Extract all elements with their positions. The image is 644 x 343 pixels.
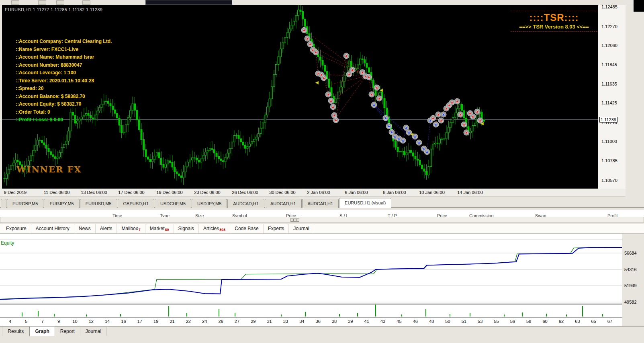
candle-body xyxy=(342,81,343,87)
terminal-tab-code-base[interactable]: Code Base xyxy=(230,224,263,233)
tester-tab-journal[interactable]: Journal xyxy=(80,327,107,336)
candle-body xyxy=(4,179,5,179)
candle-body xyxy=(50,152,52,155)
candle-body xyxy=(320,57,321,60)
graph-y-label: 56684 xyxy=(624,251,637,255)
graph-x-label: 55 xyxy=(494,319,499,324)
candle-body xyxy=(284,38,286,43)
candle-body xyxy=(271,87,273,99)
candle-body xyxy=(300,10,301,12)
candle-body xyxy=(172,162,173,167)
terminal-tab-news[interactable]: News xyxy=(74,224,96,233)
horizontal-scrollbar[interactable] xyxy=(0,217,644,223)
candle-body xyxy=(401,151,403,152)
table-column-header: Time xyxy=(112,213,122,217)
candle-body xyxy=(251,141,253,144)
candle-body xyxy=(457,108,458,113)
table-column-header: Size xyxy=(195,213,204,217)
candle-body xyxy=(136,110,138,120)
candle-body xyxy=(178,174,180,176)
time-axis[interactable]: 9 Dec 201911 Dec 06:0013 Dec 06:0017 Dec… xyxy=(0,189,626,197)
candle-body xyxy=(329,79,330,88)
chart-tab-audcad-h1[interactable]: AUDCAD,H1 xyxy=(227,199,264,208)
table-column-header: Type xyxy=(160,213,170,217)
graph-x-label: 46 xyxy=(413,319,418,324)
candle-body xyxy=(141,130,142,140)
toolbar-icon[interactable] xyxy=(82,0,90,5)
graph-y-axis xyxy=(622,234,644,326)
terminal-tab-signals[interactable]: Signals xyxy=(174,224,199,233)
candle-body xyxy=(435,143,436,144)
candle-body xyxy=(406,153,407,155)
candle-body xyxy=(368,67,370,72)
chart-tab-eurusd-m5[interactable]: EURUSD,M5 xyxy=(80,199,117,208)
candle-body xyxy=(39,140,41,141)
price-axis-label: 1.12060 xyxy=(601,43,617,48)
chart-tab-audcad-h1[interactable]: AUDCAD,H1 xyxy=(265,199,302,208)
graph-x-label: 29 xyxy=(251,319,256,324)
toolbar-icon[interactable] xyxy=(38,0,46,5)
candle-body xyxy=(360,59,361,65)
candle-body xyxy=(205,152,206,155)
terminal-tab-market[interactable]: Market80 xyxy=(145,224,174,233)
candle-body xyxy=(185,166,186,172)
time-axis-label: 9 Dec 2019 xyxy=(4,190,27,195)
tester-tab-report[interactable]: Report xyxy=(55,327,80,336)
terminal-tab-experts[interactable]: Experts xyxy=(264,224,289,233)
graph-x-label: 10 xyxy=(72,319,77,324)
tab-count-badge: 893 xyxy=(219,228,225,232)
terminal-tab-mailbox[interactable]: Mailbox7 xyxy=(117,224,145,233)
price-chart[interactable]: EURUSD,H1 1.11277 1.11285 1.11182 1.1123… xyxy=(2,5,598,189)
candle-body xyxy=(238,135,239,139)
tester-tab-graph[interactable]: Graph xyxy=(29,327,55,336)
candle-body xyxy=(446,133,447,139)
candle-body xyxy=(357,65,359,69)
account-info-line: ::Time Server: 2020.01.15 10:40:28 xyxy=(16,77,112,85)
candle-body xyxy=(156,153,158,156)
candle-body xyxy=(6,174,8,179)
candle-body xyxy=(286,33,288,37)
toolbar-icon[interactable] xyxy=(11,0,19,5)
graph-x-label: 67 xyxy=(607,319,612,324)
equity-line xyxy=(0,247,622,299)
candle-body xyxy=(176,172,178,174)
chart-tab-usdjpy-m5[interactable]: USDJPY,M5 xyxy=(192,199,227,208)
candle-body xyxy=(304,19,306,27)
chart-tab-audcad-h1[interactable]: AUDCAD,H1 xyxy=(302,199,339,208)
chart-tab-eurgbp-m5[interactable]: EURGBP,M5 xyxy=(7,199,43,208)
terminal-tab-exposure[interactable]: Exposure xyxy=(2,224,31,233)
graph-x-label: 43 xyxy=(380,319,385,324)
exit-arrow-marker[interactable] xyxy=(315,81,319,84)
chart-tab-usdchf-m5[interactable]: USDCHF,M5 xyxy=(155,199,191,208)
time-axis-label: 6 Jan 06:00 xyxy=(345,190,368,195)
candle-body xyxy=(404,151,405,155)
candle-body xyxy=(295,16,297,21)
candle-body xyxy=(174,167,176,172)
graph-x-label: 21 xyxy=(170,319,174,324)
time-axis-label: 17 Dec 06:00 xyxy=(118,190,144,195)
candle-body xyxy=(470,131,472,133)
scrollbar-grip[interactable] xyxy=(290,218,299,222)
candle-body xyxy=(454,113,456,117)
table-column-header: S / L xyxy=(339,213,349,217)
terminal-tab-articles[interactable]: Articles893 xyxy=(199,224,230,233)
candle-body xyxy=(125,125,127,132)
candle-body xyxy=(337,92,339,99)
price-axis-label: 1.11000 xyxy=(601,139,617,144)
candle-body xyxy=(269,99,270,107)
chart-tab-eurjpy-m5[interactable]: EURJPY,M5 xyxy=(44,199,79,208)
toolbar-icon[interactable] xyxy=(56,0,64,5)
terminal-tab-journal[interactable]: Journal xyxy=(289,224,314,233)
tester-tab-results[interactable]: Results xyxy=(2,327,29,336)
graph-x-label: 9 xyxy=(57,319,60,324)
candle-body xyxy=(240,139,242,142)
graph-x-label: 53 xyxy=(478,319,482,324)
terminal-tab-account-history[interactable]: Account History xyxy=(31,224,74,233)
chart-tab-stub[interactable] xyxy=(1,199,6,208)
candle-body xyxy=(293,21,295,25)
price-axis[interactable]: 1.124851.122701.120601.118451.116351.114… xyxy=(598,5,626,189)
account-info-line: ::Account Leverage: 1:100 xyxy=(16,69,112,77)
terminal-tab-alerts[interactable]: Alerts xyxy=(96,224,117,233)
chart-tab-eurusd-h1-visual-[interactable]: EURUSD,H1 (visual) xyxy=(339,198,391,208)
chart-tab-gbpusd-h1[interactable]: GBPUSD,H1 xyxy=(118,199,155,208)
